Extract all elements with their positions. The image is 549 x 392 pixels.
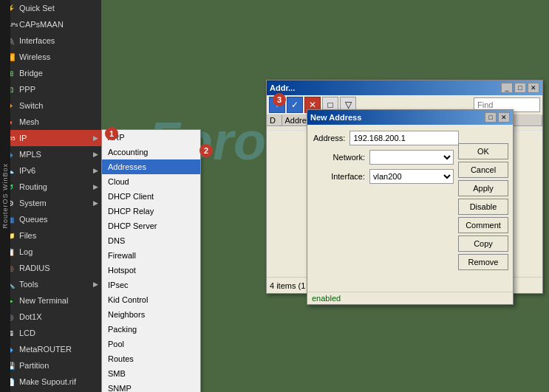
sidebar-item-new-terminal[interactable]: ▶ New Terminal [0, 292, 101, 309]
network-select[interactable] [369, 150, 454, 165]
sidebar-label-files: Files [19, 231, 36, 240]
submenu-dhcp-client[interactable]: DHCP Client [102, 189, 200, 204]
submenu-pool[interactable]: Pool [102, 337, 200, 351]
badge-2: 2 [200, 144, 213, 157]
submenu-routes[interactable]: Routes [102, 351, 200, 366]
ok-button[interactable]: OK [458, 143, 508, 159]
sidebar-item-interfaces[interactable]: 🔌 Interfaces [0, 32, 101, 49]
submenu-ipsec-label: IPsec [108, 281, 129, 289]
submenu-accounting[interactable]: Accounting [102, 145, 200, 159]
sidebar: ⚡ Quick Set CAPs CAPsMAAN 🔌 Interfaces 📶… [0, 0, 101, 392]
submenu-firewall-label: Firewall [108, 251, 136, 260]
submenu-hotspot[interactable]: Hotspot [102, 263, 200, 278]
sidebar-item-routing[interactable]: ↺ Routing ▶ [0, 179, 101, 195]
addr-list-maximize-btn[interactable]: □ [514, 83, 526, 93]
sidebar-item-metarouter[interactable]: ◆ MetaROUTER [0, 341, 101, 357]
addr-list-minimize-btn[interactable]: _ [501, 83, 513, 93]
submenu-addresses[interactable]: Addresses [102, 159, 200, 174]
sidebar-label-quick-set: Quick Set [19, 4, 55, 13]
sidebar-label-ppp: PPP [19, 85, 35, 94]
sidebar-label-interfaces: Interfaces [19, 36, 55, 45]
submenu-neighbors[interactable]: Neighbors [102, 307, 200, 322]
sidebar-item-tools[interactable]: 🔧 Tools ▶ [0, 276, 101, 292]
sidebar-item-wireless[interactable]: 📶 Wireless [0, 49, 101, 65]
sidebar-item-radius[interactable]: ◎ RADIUS [0, 260, 101, 276]
sidebar-label-tools: Tools [19, 280, 38, 289]
new-addr-title: New Address [310, 113, 361, 122]
sidebar-item-switch[interactable]: ✦ Switch [0, 97, 101, 114]
remove-button[interactable]: Remove [458, 254, 508, 270]
submenu-hotspot-label: Hotspot [108, 266, 136, 275]
sidebar-item-dot1x[interactable]: ◎ Dot1X [0, 309, 101, 325]
address-label: Address: [313, 134, 345, 142]
submenu-kid-control[interactable]: Kid Control [102, 292, 200, 307]
sidebar-item-ppp[interactable]: ⊡ PPP [0, 81, 101, 97]
apply-button[interactable]: Apply [458, 180, 508, 196]
sidebar-label-bridge: Bridge [19, 69, 43, 78]
badge-3: 3 [273, 93, 286, 106]
new-addr-close-btn[interactable]: ✕ [498, 112, 510, 123]
new-addr-titlebar[interactable]: New Address □ ✕ [307, 110, 513, 125]
comment-button[interactable]: Comment [458, 217, 508, 233]
submenu-cloud[interactable]: Cloud [102, 174, 200, 189]
submenu-dns-label: DNS [108, 236, 125, 245]
interface-label: Interface: [313, 172, 365, 181]
copy-button[interactable]: Copy [458, 235, 508, 252]
address-input[interactable] [349, 131, 459, 145]
sidebar-label-ipv6: IPv6 [19, 166, 35, 175]
disable-button[interactable]: Disable [458, 199, 508, 215]
sidebar-item-mesh[interactable]: ● Mesh [0, 114, 101, 130]
sidebar-label-metarouter: MetaROUTER [19, 345, 72, 354]
sidebar-item-files[interactable]: 📁 Files [0, 227, 101, 244]
sidebar-item-mpls[interactable]: ◈ MPLS ▶ [0, 146, 101, 162]
sidebar-item-system[interactable]: ⚙ System ▶ [0, 195, 101, 211]
network-label: Network: [313, 153, 365, 162]
submenu-smb[interactable]: SMB [102, 366, 200, 381]
sidebar-label-lcd: LCD [19, 329, 35, 337]
submenu-neighbors-label: Neighbors [108, 310, 145, 319]
submenu-routes-label: Routes [108, 354, 134, 363]
submenu-cloud-label: Cloud [108, 177, 129, 186]
sidebar-item-quick-set[interactable]: ⚡ Quick Set [0, 0, 101, 16]
routing-arrow-icon: ▶ [93, 183, 98, 190]
submenu-dhcp-server[interactable]: DHCP Server [102, 219, 200, 233]
submenu-pool-label: Pool [108, 340, 124, 348]
sidebar-item-ip[interactable]: 355 IP ▶ [0, 130, 101, 146]
new-addr-controls: □ ✕ [485, 112, 510, 123]
addr-list-close-btn[interactable]: ✕ [528, 83, 539, 93]
submenu-dns[interactable]: DNS [102, 233, 200, 248]
sidebar-label-ip: IP [19, 134, 27, 142]
addr-list-titlebar[interactable]: Addr... _ □ ✕ [267, 80, 542, 95]
sidebar-item-queues[interactable]: ▦ Queues [0, 211, 101, 227]
submenu-dhcp-relay-label: DHCP Relay [108, 207, 154, 216]
cancel-button[interactable]: Cancel [458, 162, 508, 178]
submenu-accounting-label: Accounting [108, 148, 148, 157]
submenu-dhcp-relay[interactable]: DHCP Relay [102, 204, 200, 219]
new-addr-maximize-btn[interactable]: □ [485, 112, 497, 123]
dialog-status: enabled [307, 292, 513, 304]
submenu-firewall[interactable]: Firewall [102, 248, 200, 263]
sidebar-label-switch: Switch [19, 101, 43, 110]
sidebar-label-capsman: CAPsMAAN [19, 20, 64, 29]
new-address-dialog: New Address □ ✕ Address: Network: Interf… [307, 109, 514, 305]
system-arrow-icon: ▶ [93, 199, 98, 207]
sidebar-item-lcd[interactable]: 🖥 LCD [0, 325, 101, 341]
toolbar-check-btn[interactable]: ✓ [287, 97, 303, 113]
submenu-packing[interactable]: Packing [102, 322, 200, 337]
submenu-kid-control-label: Kid Control [108, 295, 148, 304]
sidebar-label-log: Log [19, 247, 33, 256]
tools-arrow-icon: ▶ [93, 281, 98, 288]
sidebar-scroll: ⚡ Quick Set CAPs CAPsMAAN 🔌 Interfaces 📶… [0, 0, 101, 392]
sidebar-item-capsman[interactable]: CAPs CAPsMAAN [0, 16, 101, 32]
sidebar-item-ipv6[interactable]: ☁ IPv6 ▶ [0, 162, 101, 179]
ip-submenu: ARP Accounting Addresses Cloud DHCP Clie… [101, 129, 201, 392]
sidebar-item-log[interactable]: 📋 Log [0, 244, 101, 260]
submenu-ipsec[interactable]: IPsec [102, 278, 200, 292]
col-d: D [267, 115, 282, 126]
sidebar-item-partition[interactable]: 💾 Partition [0, 357, 101, 374]
submenu-snmp[interactable]: SNMP [102, 381, 200, 392]
interface-select[interactable]: vlan200 [369, 169, 454, 184]
sidebar-item-bridge[interactable]: ⊞ Bridge [0, 65, 101, 81]
sidebar-label-mpls: MPLS [19, 150, 41, 159]
sidebar-item-make-supout[interactable]: 📄 Make Supout.rif [0, 374, 101, 390]
